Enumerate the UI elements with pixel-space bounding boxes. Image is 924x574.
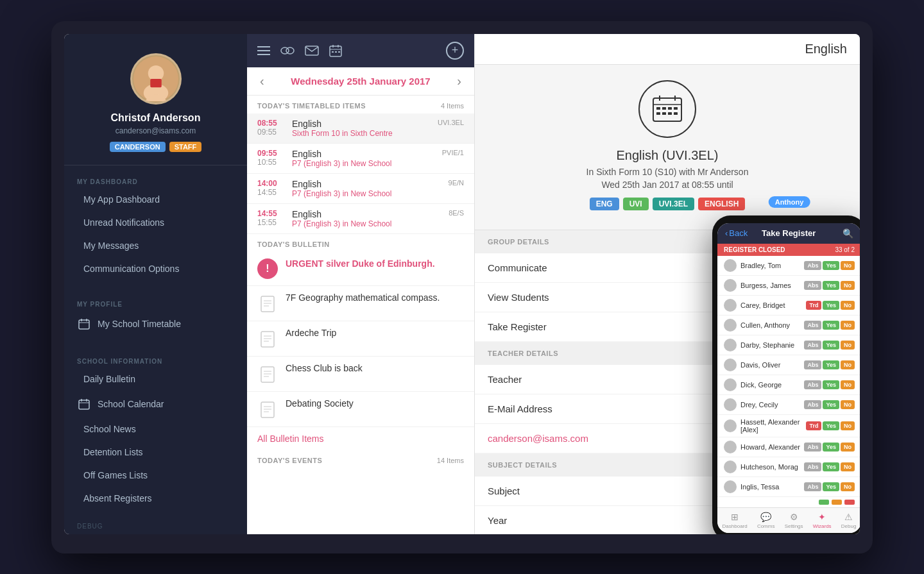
- student-row[interactable]: Drey, Cecily Abs Yes No: [717, 395, 860, 415]
- reg-btn-absent[interactable]: Abs: [804, 341, 821, 350]
- reg-btn-no[interactable]: No: [841, 443, 855, 452]
- sidebar-item-detention-lists[interactable]: Detention Lists: [64, 441, 247, 464]
- reg-btn-no[interactable]: No: [841, 462, 855, 471]
- timetable-item-1[interactable]: 08:55 09:55 English Sixth Form 10 in Six…: [247, 114, 474, 144]
- reg-btn-absent[interactable]: Trd: [806, 421, 821, 430]
- toolbar: +: [247, 34, 474, 67]
- reg-btn-absent[interactable]: Abs: [804, 281, 821, 290]
- phone-footer-wizards[interactable]: ✦ Wizards: [813, 512, 832, 529]
- reg-btn-yes[interactable]: Yes: [823, 281, 839, 290]
- timetable-item-2[interactable]: 09:55 10:55 English P7 (English 3) in Ne…: [247, 144, 474, 174]
- sidebar-item-unread-notifications[interactable]: Unread Notifications: [64, 211, 247, 234]
- reg-btn-no[interactable]: No: [841, 261, 855, 270]
- timetable-item-3[interactable]: 14:00 14:55 English P7 (English 3) in Ne…: [247, 174, 474, 204]
- mail-icon[interactable]: [305, 46, 319, 56]
- svg-rect-24: [338, 51, 340, 53]
- reg-btn-no[interactable]: No: [841, 360, 855, 369]
- sidebar-item-absent-registers[interactable]: Absent Registers: [64, 487, 247, 510]
- footer-label: Settings: [785, 523, 803, 529]
- sidebar-item-school-news[interactable]: School News: [64, 418, 247, 441]
- reg-btn-no[interactable]: No: [841, 341, 855, 350]
- reg-btn-yes[interactable]: Yes: [823, 341, 839, 350]
- phone-footer-comms[interactable]: 💬 Comms: [757, 512, 775, 529]
- sidebar-item-communication-options[interactable]: Communication Options: [64, 257, 247, 280]
- reg-btn-yes[interactable]: Yes: [823, 443, 839, 452]
- reg-btn-absent[interactable]: Abs: [804, 261, 821, 270]
- phone-back-button[interactable]: ‹ Back: [725, 228, 748, 238]
- reg-btn-absent[interactable]: Abs: [804, 443, 821, 452]
- menu-icon[interactable]: [257, 46, 270, 56]
- reg-btn-absent[interactable]: Abs: [804, 360, 821, 369]
- time-end: 10:55: [257, 158, 284, 167]
- phone-footer-settings[interactable]: ⚙ Settings: [785, 512, 803, 529]
- reg-btn-absent[interactable]: Abs: [804, 380, 821, 389]
- time-start: 08:55: [257, 119, 284, 128]
- student-row[interactable]: Darby, Stephanie Abs Yes No: [717, 335, 860, 355]
- phone-search-icon[interactable]: 🔍: [843, 228, 853, 239]
- reg-btn-yes[interactable]: Yes: [823, 400, 839, 409]
- bulletin-item-chess[interactable]: Chess Club is back: [247, 357, 474, 392]
- student-avatar: [724, 259, 737, 272]
- bulletin-chess-text: Chess Club is back: [286, 363, 363, 373]
- time-end: 09:55: [257, 128, 284, 137]
- reg-btn-yes[interactable]: Yes: [823, 301, 839, 310]
- sidebar-item-school-calendar[interactable]: School Calendar: [64, 391, 247, 418]
- reg-btn-no[interactable]: No: [841, 421, 855, 430]
- profile-badges: CANDERSON STAFF: [110, 142, 202, 152]
- student-row[interactable]: Davis, Oliver Abs Yes No: [717, 355, 860, 375]
- reg-btn-yes[interactable]: Yes: [823, 360, 839, 369]
- reg-btn-yes[interactable]: Yes: [823, 380, 839, 389]
- reg-btn-yes[interactable]: Yes: [823, 421, 839, 430]
- reg-btn-no[interactable]: No: [841, 400, 855, 409]
- reg-btn-absent[interactable]: Abs: [804, 400, 821, 409]
- reg-btn-no[interactable]: No: [841, 482, 855, 491]
- student-row[interactable]: Cullen, Anthony Abs Yes No: [717, 316, 860, 335]
- student-row[interactable]: Burgess, James Abs Yes No: [717, 276, 860, 296]
- next-date-arrow[interactable]: ›: [454, 74, 464, 89]
- reg-btn-yes[interactable]: Yes: [823, 261, 839, 270]
- reg-btn-no[interactable]: No: [841, 301, 855, 310]
- reg-btn-absent[interactable]: Abs: [804, 482, 821, 491]
- student-row[interactable]: Bradley, Tom Abs Yes No: [717, 256, 860, 276]
- timetable-item-4[interactable]: 14:55 15:55 English P7 (English 3) in Ne…: [247, 204, 474, 234]
- reg-btn-yes[interactable]: Yes: [823, 462, 839, 471]
- svg-rect-48: [674, 107, 678, 110]
- sidebar-item-my-app-dashboard[interactable]: My App Dashboard: [64, 188, 247, 211]
- phone-footer-dashboard[interactable]: ⊞ Dashboard: [723, 512, 748, 529]
- nav-my-dashboard: MY DASHBOARD My App Dashboard Unread Not…: [64, 165, 247, 288]
- prev-date-arrow[interactable]: ‹: [257, 74, 267, 89]
- chat-icon[interactable]: [280, 44, 295, 57]
- bulletin-item-ardeche[interactable]: Ardeche Trip: [247, 321, 474, 357]
- calendar-toolbar-icon[interactable]: [329, 44, 342, 57]
- student-row[interactable]: Hassett, Alexander [Alex] Trd Yes No: [717, 415, 860, 437]
- bulletin-item-geography[interactable]: 7F Geography mathematical compass.: [247, 286, 474, 321]
- student-row[interactable]: Howard, Alexander Abs Yes No: [717, 437, 860, 457]
- reg-btn-absent[interactable]: Abs: [804, 321, 821, 330]
- student-row[interactable]: Dick, George Abs Yes No: [717, 375, 860, 395]
- student-row[interactable]: Hutcheson, Morag Abs Yes No: [717, 457, 860, 477]
- reg-btn-no[interactable]: No: [841, 380, 855, 389]
- reg-btn-no[interactable]: No: [841, 321, 855, 330]
- reg-btn-yes[interactable]: Yes: [823, 482, 839, 491]
- reg-btn-yes[interactable]: Yes: [823, 321, 839, 330]
- sidebar-item-off-games-lists[interactable]: Off Games Lists: [64, 464, 247, 487]
- reg-btn-absent[interactable]: Trd: [806, 301, 821, 310]
- time-end: 15:55: [257, 218, 284, 227]
- bulletin-doc-icon: [257, 294, 278, 314]
- phone-footer-debug[interactable]: ⚠ Debug: [841, 512, 857, 529]
- sidebar-item-my-school-timetable[interactable]: My School Timetable: [64, 310, 247, 337]
- student-row[interactable]: Inglis, Tessa Abs Yes No: [717, 477, 860, 497]
- svg-rect-4: [79, 320, 89, 329]
- bulletin-item-debating[interactable]: Debating Society: [247, 392, 474, 427]
- bulletin-item-urgent[interactable]: ! URGENT silver Duke of Edinburgh.: [247, 252, 474, 286]
- reg-btn-no[interactable]: No: [841, 281, 855, 290]
- sidebar-item-label: School Calendar: [98, 399, 164, 409]
- all-bulletin-items-link[interactable]: All Bulletin Items: [247, 427, 474, 450]
- time-start: 09:55: [257, 149, 284, 158]
- add-button[interactable]: +: [446, 42, 464, 60]
- sidebar-item-daily-bulletin[interactable]: Daily Bulletin: [64, 367, 247, 391]
- reg-btn-absent[interactable]: Abs: [804, 462, 821, 471]
- sidebar-item-label: My School Timetable: [98, 319, 181, 329]
- student-row[interactable]: Carey, Bridget Trd Yes No: [717, 296, 860, 316]
- sidebar-item-my-messages[interactable]: My Messages: [64, 234, 247, 257]
